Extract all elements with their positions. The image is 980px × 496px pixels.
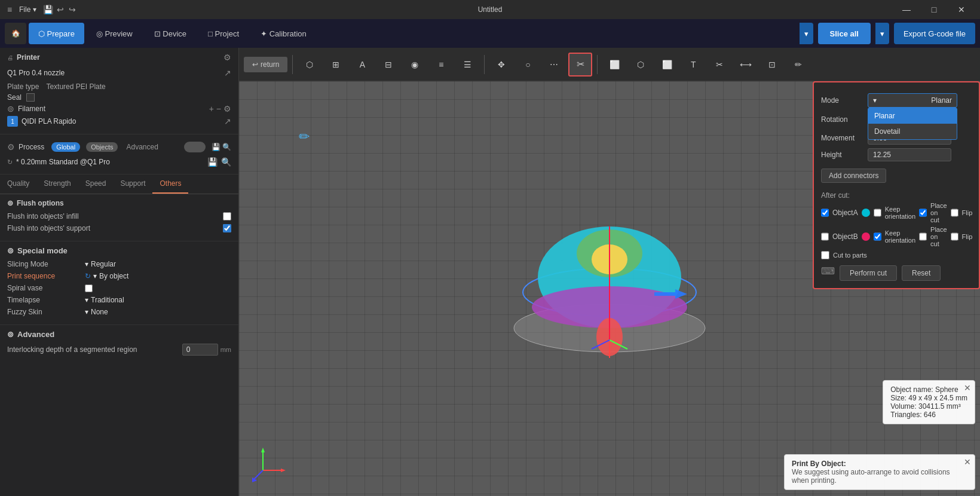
viewport-toolbar: ↩ return ⬡ ⊞ A ⊟ ◉ ≡ ☰ ✥ ○ ⋯ ✂ ⬜ ⬡ ⬜ T ✂…	[239, 48, 980, 81]
cube-solid-button[interactable]: ⬜	[602, 53, 626, 76]
spiral-vase-checkbox[interactable]	[85, 284, 93, 292]
object-info-close-button[interactable]: ✕	[964, 383, 971, 393]
advanced-toggle[interactable]	[184, 142, 206, 152]
flip-b-checkbox[interactable]	[951, 232, 958, 241]
cube-wire-button[interactable]: ⬡	[629, 53, 653, 76]
seal-checkbox[interactable]	[26, 93, 35, 102]
undo-icon[interactable]: ↩	[56, 5, 65, 14]
add-connectors-button[interactable]: Add connectors	[821, 169, 886, 183]
layout-button[interactable]: ⊟	[376, 53, 400, 76]
mode-option-dovetail[interactable]: Dovetail	[868, 124, 957, 139]
scissors-button[interactable]: ✂	[708, 53, 731, 76]
save-icon[interactable]: 💾	[44, 5, 53, 14]
grid-view-button[interactable]: ⊞	[324, 53, 348, 76]
perform-cut-button[interactable]: Perform cut	[840, 265, 897, 281]
place-on-cut-b-checkbox[interactable]	[919, 232, 927, 241]
cube-outline-button[interactable]: ⬜	[655, 53, 679, 76]
keep-orientation-b-checkbox[interactable]	[874, 232, 881, 241]
timelapse-value[interactable]: ▾ Traditional	[85, 296, 124, 304]
preset-save-icon[interactable]: 💾	[207, 157, 218, 167]
timelapse-row: Timelapse ▾ Traditional	[7, 296, 231, 304]
calibration-tab[interactable]: ✦ Calibration	[251, 23, 316, 44]
close-button[interactable]: ✕	[948, 0, 975, 19]
export-gcode-button[interactable]: Export G-code file	[894, 23, 975, 44]
redo-icon[interactable]: ↪	[68, 5, 77, 14]
lines-button[interactable]: ≡	[429, 53, 453, 76]
print-sequence-value[interactable]: ↻ ▾ By object	[85, 272, 128, 280]
toolbar-separator-2	[484, 55, 485, 74]
text-button[interactable]: T	[681, 53, 705, 76]
badge-global[interactable]: Global	[51, 142, 80, 152]
preview-tab[interactable]: ◎ Preview	[87, 23, 142, 44]
advanced-header[interactable]: ⊚ Advanced	[7, 330, 231, 339]
support-tab[interactable]: Support	[113, 174, 152, 194]
circle-button[interactable]: ◉	[403, 53, 427, 76]
slice-dropdown-arrow[interactable]: ▾	[800, 23, 813, 44]
strength-tab[interactable]: Strength	[36, 174, 78, 194]
filament-settings-button[interactable]: ⚙	[223, 104, 231, 114]
window-title: Untitled	[478, 5, 503, 14]
file-menu[interactable]: Prepare File ▾	[19, 5, 36, 14]
mode-option-planar[interactable]: Planar	[868, 108, 957, 124]
object-a-color-dot	[862, 209, 870, 217]
filament-remove-button[interactable]: −	[216, 104, 221, 114]
keep-orientation-a-checkbox[interactable]	[874, 209, 881, 217]
slicing-mode-value[interactable]: ▾ Regular	[85, 260, 116, 268]
process-icon: ⚙	[7, 142, 15, 152]
others-tab[interactable]: Others	[152, 174, 188, 194]
cut-to-parts-checkbox[interactable]	[821, 251, 829, 259]
height-input[interactable]	[868, 148, 951, 161]
mode-dropdown-button[interactable]: ▾ Planar	[868, 93, 957, 108]
cut-active-button[interactable]: ✂	[568, 53, 592, 76]
layers-button[interactable]: ⊡	[760, 53, 784, 76]
badge-objects[interactable]: Objects	[86, 142, 118, 152]
flush-support-label: Flush into objects' support	[7, 224, 223, 232]
flush-support-checkbox[interactable]	[223, 224, 231, 232]
speed-tab[interactable]: Speed	[78, 174, 114, 194]
minimize-button[interactable]: —	[893, 0, 920, 19]
special-mode-header[interactable]: ⊚ Special mode	[7, 246, 231, 255]
edit-pencil-icon[interactable]: ✏	[299, 129, 310, 145]
move-button[interactable]: ✥	[489, 53, 513, 76]
mode-dropdown[interactable]: ▾ Planar Planar Dovetail	[868, 93, 957, 108]
object-b-checkbox[interactable]	[821, 232, 829, 241]
home-button[interactable]: 🏠	[5, 23, 26, 44]
object-b-label: ObjectB	[832, 232, 858, 241]
printer-settings-icon[interactable]: ⚙	[223, 53, 231, 62]
interlocking-input[interactable]	[182, 344, 218, 356]
advanced-section: ⊚ Advanced Interlocking depth of a segme…	[0, 325, 238, 364]
printer-link-icon[interactable]: ↗	[224, 68, 231, 78]
filament-link-icon[interactable]: ↗	[224, 117, 231, 126]
flip-a-checkbox[interactable]	[951, 209, 958, 217]
print-info-close-button[interactable]: ✕	[964, 457, 971, 467]
auto-button[interactable]: A	[350, 53, 374, 76]
quality-tab[interactable]: Quality	[0, 174, 36, 194]
place-on-cut-a-label: Place on cut	[930, 202, 947, 223]
device-tab[interactable]: ⊡ Device	[145, 23, 196, 44]
flush-infill-checkbox[interactable]	[223, 212, 231, 221]
select-button[interactable]: ○	[516, 53, 540, 76]
slicing-mode-arrow: ▾	[85, 260, 88, 268]
menu-button[interactable]: ☰	[455, 53, 479, 76]
measure-button[interactable]: ⟷	[734, 53, 758, 76]
export-dropdown-arrow[interactable]: ▾	[875, 23, 889, 44]
left-panel: 🖨 Printer ⚙ Q1 Pro 0.4 nozzle ↗ Plate ty…	[0, 48, 239, 496]
object-a-checkbox[interactable]	[821, 209, 829, 217]
after-cut-label: After cut:	[821, 191, 972, 200]
reset-button[interactable]: Reset	[902, 265, 941, 281]
paint-button[interactable]: ⋯	[542, 53, 566, 76]
fuzzy-skin-value[interactable]: ▾ None	[85, 308, 108, 316]
filament-add-button[interactable]: +	[209, 104, 214, 114]
process-row: ⚙ Process Global Objects Advanced 💾 🔍	[7, 139, 231, 155]
place-on-cut-a-checkbox[interactable]	[919, 209, 927, 217]
project-tab[interactable]: □ Project	[198, 23, 249, 44]
axis-arrows	[251, 446, 287, 484]
slice-all-button[interactable]: Slice all	[818, 23, 871, 44]
object-b-row: ObjectB Keep orientation Place on cut Fl…	[821, 226, 972, 247]
maximize-button[interactable]: □	[920, 0, 948, 19]
cube-view-button[interactable]: ⬡	[298, 53, 321, 76]
prepare-tab[interactable]: ⬡ Prepare	[29, 23, 84, 44]
return-button[interactable]: ↩ return	[244, 57, 287, 72]
edit-button[interactable]: ✏	[786, 53, 810, 76]
preset-search-icon[interactable]: 🔍	[221, 157, 231, 167]
